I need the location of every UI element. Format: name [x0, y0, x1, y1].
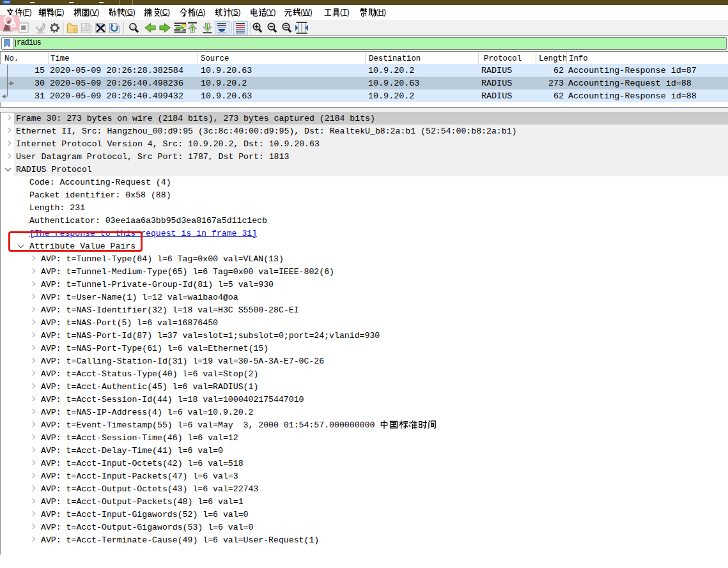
svg-text:010: 010 — [84, 28, 89, 31]
